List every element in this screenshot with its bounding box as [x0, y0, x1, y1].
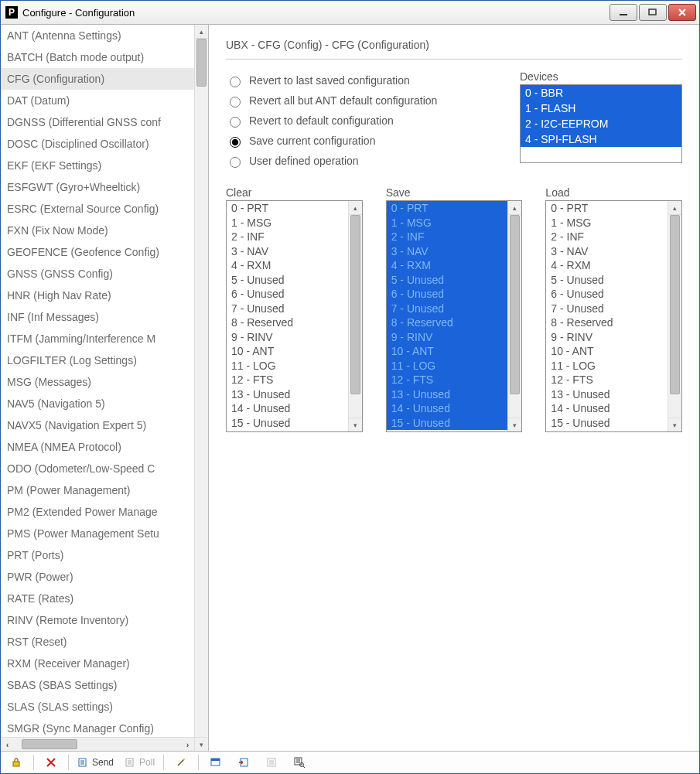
hscroll-track[interactable] — [14, 738, 181, 751]
scroll-left-icon[interactable]: ‹ — [1, 738, 14, 751]
sidebar-item[interactable]: PMS (Power Management Setu — [1, 523, 194, 544]
sidebar-item[interactable]: PWR (Power) — [1, 566, 194, 588]
list-item[interactable]: 10 - ANT — [546, 344, 668, 359]
list-item[interactable]: 13 - Unused — [227, 387, 348, 402]
tool-4-button[interactable] — [287, 753, 312, 772]
list-item[interactable]: 4 - RXM — [387, 258, 508, 273]
list-item[interactable]: 13 - Unused — [546, 387, 668, 402]
list-item[interactable]: 2 - INF — [387, 230, 508, 244]
list-item[interactable]: 0 - PRT — [227, 201, 348, 216]
list-item[interactable]: 5 - Unused — [546, 273, 668, 288]
sidebar-item[interactable]: DOSC (Disciplined Oscillator) — [1, 133, 194, 155]
list-item[interactable]: 10 - ANT — [227, 344, 348, 359]
sidebar-item[interactable]: CFG (Configuration) — [1, 68, 194, 90]
list-item[interactable]: 7 - Unused — [546, 302, 668, 316]
tool-3-button[interactable] — [259, 753, 284, 772]
operation-radio-option[interactable]: Revert to last saved configuration — [226, 70, 497, 90]
sidebar-item[interactable]: NAVX5 (Navigation Expert 5) — [1, 414, 194, 436]
list-item[interactable]: 8 - Reserved — [387, 315, 508, 330]
sidebar-item[interactable]: SBAS (SBAS Settings) — [1, 674, 194, 696]
device-item[interactable]: 1 - FLASH — [521, 101, 681, 116]
sidebar-hscrollbar[interactable]: ‹ › — [1, 737, 194, 751]
sidebar-item[interactable]: RATE (Rates) — [1, 588, 194, 609]
list-item[interactable]: 9 - RINV — [227, 330, 348, 345]
clear-listbox[interactable]: 0 - PRT1 - MSG2 - INF3 - NAV4 - RXM5 - U… — [226, 200, 363, 432]
list-item[interactable]: 11 - LOG — [227, 359, 348, 373]
list-item[interactable]: 15 - Unused — [227, 416, 348, 431]
save-scrollbar[interactable]: ▴ ▾ — [507, 201, 521, 431]
list-item[interactable]: 11 - LOG — [546, 359, 668, 373]
load-scrollbar[interactable]: ▴ ▾ — [668, 201, 681, 431]
sidebar-vscrollbar[interactable]: ▴ ▾ — [194, 25, 208, 751]
operation-radio-option[interactable]: Revert all but ANT default configuration — [226, 90, 497, 111]
lock-button[interactable] — [4, 753, 29, 772]
list-item[interactable]: 14 - Unused — [387, 401, 508, 416]
sidebar-item[interactable]: DAT (Datum) — [1, 90, 194, 111]
list-item[interactable]: 9 - RINV — [387, 330, 508, 345]
sidebar-item[interactable]: ESFGWT (Gyro+Wheeltick) — [1, 176, 194, 198]
send-button[interactable]: Send — [73, 753, 118, 772]
scroll-thumb[interactable] — [350, 215, 360, 394]
list-item[interactable]: 15 - Unused — [546, 416, 668, 431]
list-item[interactable]: 1 - MSG — [227, 216, 348, 230]
sidebar-item[interactable]: RINV (Remote Inventory) — [1, 609, 194, 631]
device-item[interactable]: 2 - I2C-EEPROM — [521, 116, 681, 131]
sidebar-item[interactable]: SMGR (Sync Manager Config) — [1, 718, 194, 737]
sidebar-item[interactable]: NMEA (NMEA Protocol) — [1, 436, 194, 458]
list-item[interactable]: 7 - Unused — [387, 302, 508, 316]
list-item[interactable]: 5 - Unused — [387, 273, 508, 288]
list-item[interactable]: 2 - INF — [546, 230, 668, 244]
scroll-up-icon[interactable]: ▴ — [508, 201, 521, 215]
radio-input[interactable] — [230, 77, 241, 87]
sidebar-item[interactable]: HNR (High Nav Rate) — [1, 285, 194, 306]
sidebar-item[interactable]: BATCH (Batch mode output) — [1, 46, 194, 68]
scroll-up-icon[interactable]: ▴ — [668, 201, 681, 215]
devices-listbox[interactable]: 0 - BBR1 - FLASH2 - I2C-EEPROM4 - SPI-FL… — [520, 84, 682, 163]
scroll-thumb[interactable] — [510, 215, 520, 394]
sidebar-item[interactable]: FXN (Fix Now Mode) — [1, 220, 194, 241]
scroll-down-icon[interactable]: ▾ — [349, 418, 362, 431]
sidebar-item[interactable]: DGNSS (Differential GNSS conf — [1, 111, 194, 133]
list-item[interactable]: 12 - FTS — [227, 373, 348, 387]
scroll-down-icon[interactable]: ▾ — [195, 737, 208, 751]
minimize-button[interactable] — [610, 4, 637, 21]
list-item[interactable]: 7 - Unused — [227, 302, 348, 316]
list-item[interactable]: 0 - PRT — [546, 201, 668, 216]
scroll-down-icon[interactable]: ▾ — [668, 418, 681, 431]
sidebar-item[interactable]: RXM (Receiver Manager) — [1, 653, 194, 674]
sidebar-item[interactable]: ANT (Antenna Settings) — [1, 25, 194, 46]
list-item[interactable]: 5 - Unused — [227, 273, 348, 288]
list-item[interactable]: 11 - LOG — [387, 359, 508, 373]
scroll-right-icon[interactable]: › — [181, 738, 194, 751]
sidebar-item[interactable]: GNSS (GNSS Config) — [1, 263, 194, 285]
list-item[interactable]: 6 - Unused — [546, 287, 668, 302]
sidebar-item[interactable]: PM2 (Extended Power Manage — [1, 501, 194, 523]
sidebar-item[interactable]: INF (Inf Messages) — [1, 306, 194, 328]
operation-radio-option[interactable]: User defined operation — [226, 151, 497, 171]
vscroll-thumb[interactable] — [196, 39, 207, 87]
close-button[interactable] — [668, 4, 696, 21]
list-item[interactable]: 14 - Unused — [227, 401, 348, 416]
scroll-up-icon[interactable]: ▴ — [349, 201, 362, 215]
list-item[interactable]: 2 - INF — [227, 230, 348, 244]
wand-button[interactable] — [169, 753, 193, 772]
sidebar-list[interactable]: ANT (Antenna Settings)BATCH (Batch mode … — [1, 25, 194, 737]
scroll-thumb[interactable] — [670, 215, 680, 394]
tool-2-button[interactable] — [231, 753, 256, 772]
sidebar-item[interactable]: SLAS (SLAS settings) — [1, 696, 194, 718]
radio-input[interactable] — [230, 137, 241, 148]
list-item[interactable]: 13 - Unused — [387, 387, 508, 402]
sidebar-item[interactable]: ODO (Odometer/Low-Speed C — [1, 458, 194, 479]
radio-input[interactable] — [230, 157, 241, 168]
sidebar-item[interactable]: EKF (EKF Settings) — [1, 155, 194, 176]
list-item[interactable]: 3 - NAV — [227, 244, 348, 259]
sidebar-item[interactable]: RST (Reset) — [1, 631, 194, 653]
scroll-down-icon[interactable]: ▾ — [508, 418, 521, 431]
list-item[interactable]: 0 - PRT — [387, 201, 508, 216]
sidebar-item[interactable]: ITFM (Jamming/Interference M — [1, 328, 194, 349]
list-item[interactable]: 3 - NAV — [546, 244, 668, 259]
list-item[interactable]: 6 - Unused — [387, 287, 508, 302]
list-item[interactable]: 4 - RXM — [227, 258, 348, 273]
vscroll-track[interactable] — [195, 39, 208, 737]
list-item[interactable]: 12 - FTS — [546, 373, 668, 387]
